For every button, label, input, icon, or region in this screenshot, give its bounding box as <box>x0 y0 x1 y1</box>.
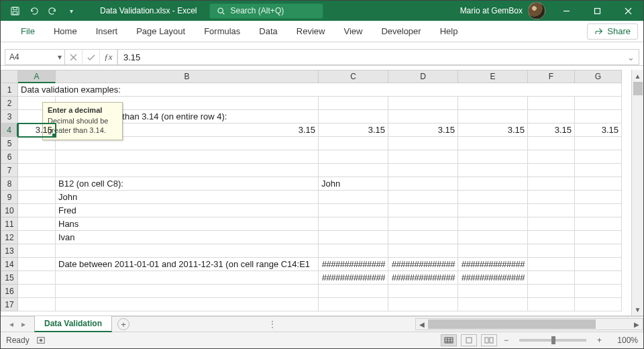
cell-C15[interactable]: ############## <box>319 271 388 285</box>
cell-C3[interactable] <box>319 110 388 123</box>
cell-G14[interactable] <box>575 258 622 271</box>
cell-F7[interactable] <box>528 164 575 177</box>
expand-formula-icon[interactable]: ⌄ <box>627 52 635 62</box>
name-box[interactable]: A4 ▾ <box>5 49 65 65</box>
close-button[interactable] <box>612 1 643 21</box>
cell-G6[interactable] <box>575 150 622 164</box>
cell-C16[interactable] <box>319 285 388 298</box>
cell-A14[interactable] <box>18 258 56 271</box>
cell-C7[interactable] <box>319 164 388 177</box>
cell-E15[interactable]: ############## <box>458 271 528 285</box>
cell-C14[interactable]: ############## <box>319 258 388 271</box>
cell-E3[interactable] <box>458 110 528 123</box>
zoom-out-icon[interactable]: − <box>501 336 511 345</box>
cell-C6[interactable] <box>319 150 388 164</box>
save-icon[interactable] <box>6 1 23 20</box>
cell-B11[interactable]: Hans <box>56 217 319 231</box>
cell-G5[interactable] <box>575 137 622 150</box>
cell-E6[interactable] <box>458 150 528 164</box>
cell-D13[interactable] <box>388 244 458 258</box>
cell-A10[interactable] <box>18 204 56 217</box>
grid-rows[interactable]: Enter a decimal Decimal should be greate… <box>1 83 631 315</box>
scroll-down-icon[interactable]: ▼ <box>632 303 643 315</box>
cell-G3[interactable] <box>575 110 622 123</box>
cell-B17[interactable] <box>56 298 319 311</box>
zoom-knob[interactable] <box>551 336 555 344</box>
cell-E7[interactable] <box>458 164 528 177</box>
column-header-D[interactable]: D <box>388 70 458 83</box>
cell-F16[interactable] <box>528 285 575 298</box>
cell-A17[interactable] <box>18 298 56 311</box>
cell-A9[interactable] <box>18 191 56 204</box>
cell-G15[interactable] <box>575 271 622 285</box>
cell-G13[interactable] <box>575 244 622 258</box>
cell-B16[interactable] <box>56 285 319 298</box>
select-all-corner[interactable] <box>1 70 18 83</box>
row-header-6[interactable]: 6 <box>1 150 18 164</box>
cell-G8[interactable] <box>575 177 622 191</box>
cell-A8[interactable] <box>18 177 56 191</box>
cell-C12[interactable] <box>319 231 388 244</box>
tab-review[interactable]: Review <box>287 21 335 42</box>
cell-C4[interactable]: 3.15 <box>319 123 388 137</box>
row-header-1[interactable]: 1 <box>1 83 18 97</box>
tab-view[interactable]: View <box>334 21 372 42</box>
row-header-10[interactable]: 10 <box>1 204 18 217</box>
tab-formulas[interactable]: Formulas <box>195 21 250 42</box>
row-header-7[interactable]: 7 <box>1 164 18 177</box>
cell-C13[interactable] <box>319 244 388 258</box>
cell-E14[interactable]: ############## <box>458 258 528 271</box>
maximize-button[interactable] <box>582 1 612 21</box>
row-header-4[interactable]: 4 <box>1 123 18 137</box>
view-page-break-icon[interactable] <box>481 334 497 346</box>
cell-A11[interactable] <box>18 217 56 231</box>
cell-C10[interactable] <box>319 204 388 217</box>
macro-record-icon[interactable] <box>36 336 46 345</box>
undo-icon[interactable] <box>25 1 42 20</box>
minimize-button[interactable] <box>551 1 582 21</box>
column-header-E[interactable]: E <box>458 70 528 83</box>
cell-E2[interactable] <box>458 97 528 110</box>
tab-developer[interactable]: Developer <box>372 21 430 42</box>
cell-E16[interactable] <box>458 285 528 298</box>
share-button[interactable]: Share <box>587 23 638 40</box>
row-header-17[interactable]: 17 <box>1 298 18 311</box>
cell-F6[interactable] <box>528 150 575 164</box>
tab-file[interactable]: File <box>11 21 44 42</box>
formula-input[interactable]: 3.15 ⌄ <box>118 49 639 65</box>
cell-D4[interactable]: 3.15 <box>388 123 458 137</box>
cell-D10[interactable] <box>388 204 458 217</box>
cell-E5[interactable] <box>458 137 528 150</box>
vertical-scrollbar[interactable]: ▲ ▼ <box>631 70 643 315</box>
row-header-14[interactable]: 14 <box>1 258 18 271</box>
cell-A15[interactable] <box>18 271 56 285</box>
cell-F2[interactable] <box>528 97 575 110</box>
cell-E4[interactable]: 3.15 <box>458 123 528 137</box>
redo-icon[interactable] <box>44 1 61 20</box>
cell-G4[interactable]: 3.15 <box>575 123 622 137</box>
cell-G11[interactable] <box>575 217 622 231</box>
cell-B15[interactable] <box>56 271 319 285</box>
cell-C9[interactable] <box>319 191 388 204</box>
row-header-16[interactable]: 16 <box>1 285 18 298</box>
sheet-tab-active[interactable]: Data Validation <box>34 316 112 332</box>
cell-G16[interactable] <box>575 285 622 298</box>
cell-D8[interactable] <box>388 177 458 191</box>
tab-help[interactable]: Help <box>431 21 468 42</box>
cell-F12[interactable] <box>528 231 575 244</box>
scroll-thumb[interactable] <box>633 82 643 95</box>
sheet-nav[interactable]: ◂▸ <box>1 319 34 329</box>
user-account[interactable]: Mario at GemBox <box>460 2 545 19</box>
cell-F13[interactable] <box>528 244 575 258</box>
column-header-B[interactable]: B <box>56 70 319 83</box>
row-header-8[interactable]: 8 <box>1 177 18 191</box>
zoom-in-icon[interactable]: + <box>594 336 604 345</box>
column-header-F[interactable]: F <box>528 70 575 83</box>
add-sheet-button[interactable]: + <box>117 318 129 330</box>
cell-B8[interactable]: B12 (on cell C8): <box>56 177 319 191</box>
tab-page-layout[interactable]: Page Layout <box>127 21 195 42</box>
cell-F15[interactable] <box>528 271 575 285</box>
cell-F11[interactable] <box>528 217 575 231</box>
cell-F3[interactable] <box>528 110 575 123</box>
cell-F17[interactable] <box>528 298 575 311</box>
